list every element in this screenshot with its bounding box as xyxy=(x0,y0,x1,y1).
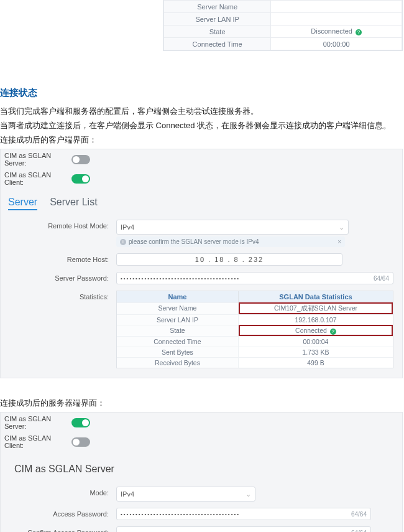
toggle-client[interactable] xyxy=(71,437,90,447)
label-statistics: Statistics: xyxy=(4,291,116,301)
label-confirm-password: Confirm Access Password: xyxy=(4,526,116,532)
top-partial-stats: Server Name Server LAN IP StateDisconnec… xyxy=(163,0,403,51)
toggle-client[interactable] xyxy=(71,174,90,184)
server-config-panel: CIM as SGLAN Server: CIM as SGLAN Client… xyxy=(0,412,403,532)
client-statistics-table: Name SGLAN Data Statistics Server NameCI… xyxy=(116,291,393,368)
stats-header-name: Name xyxy=(117,291,239,302)
body-text: 连接成功后的服务器端界面： xyxy=(0,397,404,410)
stat-label: State xyxy=(164,26,271,38)
label-access-password: Access Password: xyxy=(4,508,116,518)
toggle-label-client: CIM as SGLAN Client: xyxy=(4,434,71,449)
chevron-down-icon: ⌄ xyxy=(339,223,344,231)
info-icon: i xyxy=(120,239,126,245)
stat-value xyxy=(271,1,402,13)
label-server-password: Server Password: xyxy=(4,272,116,282)
input-access-password[interactable]: ••••••••••••••••••••••••••••••••••••••••… xyxy=(116,508,371,520)
stat-label: Server Name xyxy=(164,1,271,13)
toggle-server[interactable] xyxy=(71,418,90,427)
stat-value: Disconnected ? xyxy=(271,26,402,38)
tab-server[interactable]: Server xyxy=(8,197,37,210)
body-text: 当两者成功建立连接后，在客户端侧会显示 Connected 状态，在服务器侧会显… xyxy=(0,119,404,133)
stat-value: 00:00:00 xyxy=(271,38,402,50)
stats-header-data: SGLAN Data Statistics xyxy=(239,291,393,302)
label-remote-host-mode: Remote Host Mode: xyxy=(4,220,116,230)
stat-value xyxy=(271,13,402,26)
section-title-connection-state: 连接状态 xyxy=(0,87,404,99)
input-remote-host[interactable]: 10 . 18 . 8 . 232 xyxy=(116,253,342,266)
tab-server-list[interactable]: Server List xyxy=(50,197,97,210)
toggle-server[interactable] xyxy=(71,155,90,164)
help-icon[interactable]: ? xyxy=(330,329,336,335)
toggle-label-server: CIM as SGLAN Server: xyxy=(4,152,71,167)
input-confirm-password[interactable]: ••••••••••••••••••••••••••••••••••••••••… xyxy=(116,526,371,532)
client-config-panel: CIM as SGLAN Server: CIM as SGLAN Client… xyxy=(0,149,403,378)
toggle-label-server: CIM as SGLAN Server: xyxy=(4,415,71,430)
body-text: 当我们完成客户端和服务器的配置后，客户端侧会主动尝试连接服务器。 xyxy=(0,105,404,118)
select-remote-host-mode[interactable]: IPv4 ⌄ xyxy=(116,220,349,235)
close-icon[interactable]: × xyxy=(337,238,341,245)
stat-label: Connected Time xyxy=(164,38,271,50)
select-mode[interactable]: IPv4 ⌄ xyxy=(116,487,255,502)
chevron-down-icon: ⌄ xyxy=(246,490,251,498)
label-remote-host: Remote Host: xyxy=(4,253,116,263)
body-text: 连接成功后的客户端界面： xyxy=(0,134,404,147)
help-icon[interactable]: ? xyxy=(356,29,362,35)
toggle-label-client: CIM as SGLAN Client: xyxy=(4,171,71,186)
panel-title: CIM as SGLAN Server xyxy=(1,451,402,478)
label-mode: Mode: xyxy=(4,487,116,497)
input-server-password[interactable]: ••••••••••••••••••••••••••••••••••••••••… xyxy=(116,272,393,284)
stat-label: Server LAN IP xyxy=(164,13,271,26)
hint-box: i please confirm the SGLAN server mode i… xyxy=(116,236,345,247)
